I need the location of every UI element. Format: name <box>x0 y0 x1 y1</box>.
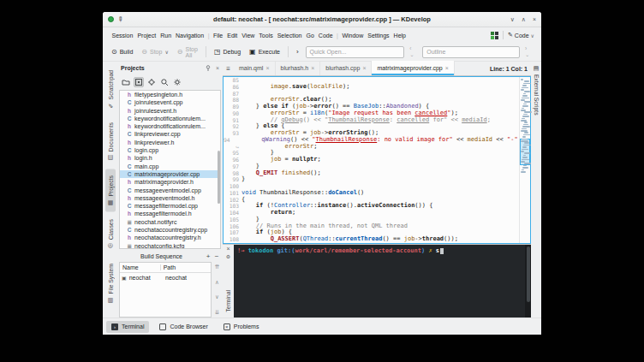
sidebar-tab-documents[interactable]: ▤Documents <box>105 116 116 167</box>
close-tab-icon[interactable]: × <box>445 65 449 71</box>
sidebar-tab-scratchpad[interactable]: ✎Scratchpad <box>105 64 116 115</box>
column-header-name: Name <box>120 264 161 270</box>
file-name: neochatconfig.kcfg <box>134 242 184 249</box>
menu-settings[interactable]: Settings <box>366 31 391 40</box>
menu-go[interactable]: Go <box>304 31 316 40</box>
tree-item[interactable]: hlogin.h <box>120 154 220 162</box>
terminal-screen[interactable]: !→ tokodon git:(work/carl/remember-selec… <box>234 245 525 317</box>
move-up-button[interactable]: ∧ <box>213 279 221 286</box>
build-button[interactable]: ⊙Build <box>108 46 136 58</box>
minimap-line <box>522 139 528 140</box>
workspace-grid-icon[interactable] <box>491 32 498 39</box>
filter-icon[interactable] <box>159 77 170 87</box>
tree-item[interactable]: hmessagefiltermodel.h <box>120 210 220 217</box>
code-editor[interactable]: 8586 image.save(localFile);8788 errorStr… <box>223 76 531 244</box>
sidebar-tab-classes[interactable]: ◎Classes <box>105 213 116 255</box>
tree-item[interactable]: Cmain.cpp <box>120 163 220 170</box>
menu-session[interactable]: Session <box>110 31 135 40</box>
close-button[interactable]: × <box>533 16 536 23</box>
open-project-icon[interactable] <box>121 77 131 87</box>
remove-build-item-button[interactable]: − <box>212 252 221 260</box>
minimize-button[interactable]: ∨ <box>510 16 515 23</box>
editor-tab-blurhash-cpp[interactable]: blurhash.cpp× <box>320 61 372 75</box>
locate-document-icon[interactable] <box>134 77 144 87</box>
close-panel-icon[interactable]: × <box>216 65 219 71</box>
tree-item[interactable]: hmatriximageprovider.h <box>120 178 220 186</box>
tree-item[interactable]: hkeywordnotificationrulem... <box>120 122 220 130</box>
tree-item[interactable]: Cmatriximageprovider.cpp <box>120 170 220 178</box>
menu-project[interactable]: Project <box>135 31 158 40</box>
menu-window[interactable]: Window <box>340 31 366 40</box>
menu-navigation[interactable]: Navigation <box>174 31 206 40</box>
stop-all-button: ⊖Stop All <box>174 44 201 61</box>
editor-tab-main-qml[interactable]: main.qml× <box>234 61 276 75</box>
area-switcher-button[interactable]: ✎ Code ∨ <box>508 32 534 39</box>
close-tab-icon[interactable]: × <box>311 65 314 71</box>
menu-file[interactable]: File <box>211 31 224 40</box>
tree-item[interactable]: hlinkpreviewer.h <box>120 139 220 146</box>
minimap-line <box>521 161 525 163</box>
menu-view[interactable]: View <box>240 31 257 40</box>
stop-button: ⊖Stop∨ <box>138 46 172 58</box>
tree-item[interactable]: ≣neochatconfig.kcfg <box>120 242 220 249</box>
bottom-tab-problems[interactable]: ×Problems <box>218 321 265 333</box>
quick-open-input[interactable]: Quick Open... <box>306 46 405 58</box>
build-sequence-row[interactable]: ▣neochatneochat <box>120 273 211 282</box>
move-top-button[interactable]: ⇈ <box>213 264 221 270</box>
minimap-line <box>523 104 527 105</box>
tree-item[interactable]: Clinkpreviewer.cpp <box>120 130 220 138</box>
toolbar-extension-icon[interactable]: › <box>296 48 299 56</box>
tree-item[interactable]: Cjoinrulesevent.cpp <box>120 98 220 106</box>
outline-prev-icon[interactable]: ‹ ⌄ <box>409 45 417 58</box>
close-tab-icon[interactable]: × <box>362 65 366 71</box>
settings-icon[interactable] <box>172 77 182 87</box>
tree-item[interactable]: hjoinrulesevent.h <box>120 107 220 115</box>
document-list-icon[interactable]: ≡ <box>223 65 234 73</box>
terminal-close-icon[interactable]: × <box>226 246 230 252</box>
tree-item[interactable]: hneochataccountregistry.h <box>120 234 220 241</box>
add-build-item-button[interactable]: + <box>204 252 212 260</box>
menu-help[interactable]: Help <box>391 31 408 40</box>
sidebar-tab-projects[interactable]: ▦Projects <box>105 169 116 212</box>
menu-selection[interactable]: Selection <box>275 31 304 40</box>
menu-tools[interactable]: Tools <box>257 31 275 40</box>
close-tab-icon[interactable]: × <box>265 65 269 71</box>
tree-item[interactable]: Cmessageeventmodel.cpp <box>120 187 220 194</box>
tree-scrollbar[interactable] <box>217 91 220 248</box>
menu-code[interactable]: Code <box>316 31 335 40</box>
chevron-down-icon[interactable]: ∨ <box>164 49 168 55</box>
outline-input[interactable]: Outline <box>422 46 520 58</box>
gear-icon[interactable] <box>146 77 157 87</box>
tree-item[interactable]: hmessageeventmodel.h <box>120 194 220 202</box>
bottom-tab-code-browser[interactable]: Code Browser <box>154 321 212 333</box>
menu-edit[interactable]: Edit <box>225 31 240 40</box>
file-name: main.cpp <box>134 163 158 170</box>
tree-item[interactable]: Cmessagefiltermodel.cpp <box>120 202 220 210</box>
move-bottom-button[interactable]: ⇊ <box>213 309 221 316</box>
bottom-tab-terminal[interactable]: ›Terminal <box>106 321 149 333</box>
minimap[interactable] <box>519 77 530 243</box>
execute-button[interactable]: ▣Execute <box>246 46 283 58</box>
maximize-button[interactable]: ∧ <box>522 16 526 23</box>
tree-item[interactable]: Cneochataccountregistry.cpp <box>120 226 220 234</box>
editor-tab-matriximageprovider-cpp[interactable]: matriximageprovider.cpp× <box>372 61 454 75</box>
debug-button[interactable]: ◳Debug <box>211 46 244 58</box>
titlebar[interactable]: ✎ default: neochat - [ neochat:src/matri… <box>103 12 541 27</box>
terminal-scrollbar[interactable] <box>525 245 531 317</box>
tree-item[interactable]: ≣neochat.notifyrc <box>120 218 220 226</box>
menu-run[interactable]: Run <box>158 31 174 40</box>
sidebar-tab-external-scripts[interactable]: ▤External Scripts <box>534 65 540 116</box>
terminal-gear-icon[interactable]: ⚙ <box>226 253 230 259</box>
pin-panel-icon[interactable] <box>206 65 212 71</box>
terminal-prompt: !→ tokodon git:(work/carl/remember-selec… <box>237 247 525 254</box>
editor-tab-blurhash-h[interactable]: blurhash.h× <box>276 61 321 75</box>
tree-item[interactable]: hfiletypesingleton.h <box>120 91 220 98</box>
outline-next-icon[interactable]: › ⌄ <box>525 45 533 58</box>
minimap-line <box>522 95 528 97</box>
tree-item[interactable]: Ckeywordnotificationrulem... <box>120 115 220 122</box>
minimap-line <box>522 98 529 99</box>
stop-all-icon: ⊖ <box>177 49 183 56</box>
tree-item[interactable]: Clogin.cpp <box>120 146 220 154</box>
move-down-button[interactable]: ∨ <box>213 294 221 300</box>
sidebar-tab-file-system[interactable]: ▥File System <box>105 258 116 310</box>
